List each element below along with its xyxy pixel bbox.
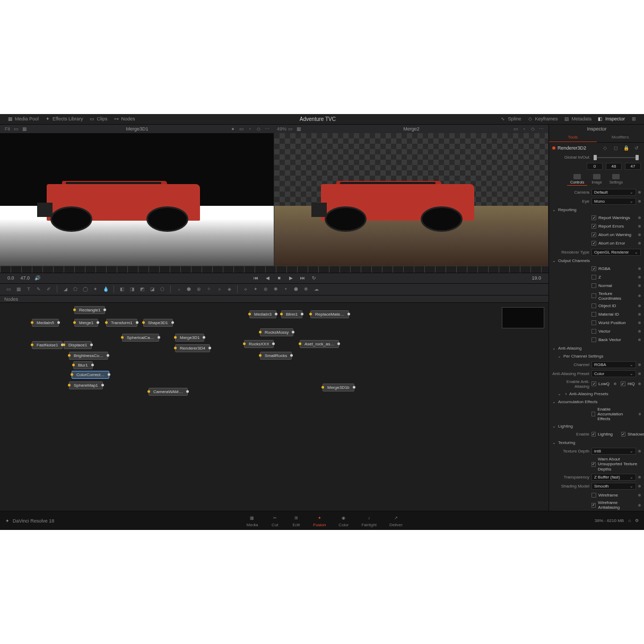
tab-effects-library[interactable]: ✦Effects Library [42,114,86,124]
tool-3d5[interactable]: ⟐ [215,285,223,293]
tool-3d3[interactable]: ⊕ [195,285,203,293]
wireframe-check[interactable] [591,493,596,498]
tool-3d4[interactable]: ✧ [205,285,213,293]
node-shape3d1[interactable]: Shape3D1 [143,319,173,327]
page-deliver[interactable]: ↗Deliver [389,514,403,527]
outchan-check-7[interactable] [591,329,596,334]
view-mode-icon[interactable]: ▭ [287,126,293,132]
aa-lowq-check[interactable] [591,381,596,386]
outchan-check-6[interactable] [591,320,596,325]
aa-hiq-check[interactable] [621,381,625,386]
node-graph[interactable]: MediaIn5Rectangle1Merge1Transform1Shape3… [0,303,549,511]
node-fastnoise1[interactable]: FastNoise1 [32,341,63,349]
section-per-channel[interactable]: Per Channel Settings [549,352,644,360]
reporting-check-0[interactable] [591,215,596,220]
node-colorcorrect…[interactable]: ColorCorrect… [72,371,109,379]
node-blinn1[interactable]: Blinn1 [281,310,302,318]
outchan-check-4[interactable] [591,303,596,308]
tool-mask3[interactable]: ◯ [81,285,90,293]
transparency-select[interactable]: Z Buffer (fast) [591,474,636,481]
tool-brush[interactable]: ✐ [45,285,53,293]
global-in-mid[interactable]: 48 [606,163,622,170]
view-grid-icon[interactable]: ▦ [295,126,302,132]
wireframe-aa-check[interactable] [591,503,596,508]
node-rocksmossy[interactable]: RocksMossy [260,328,293,336]
tool-paint[interactable]: ✎ [34,285,43,293]
section-output-channels[interactable]: Output Channels [549,257,644,265]
tab-spline[interactable]: ∿Spline [497,114,524,124]
reporting-check-1[interactable] [591,224,596,229]
eye-select[interactable]: Mono [591,198,636,205]
tab-media-pool[interactable]: ▦Media Pool [4,114,42,124]
tab-clips[interactable]: ▭Clips [86,114,110,124]
page-color[interactable]: ◉Color [338,514,349,527]
tab-keyframes[interactable]: ◇Keyframes [524,114,561,124]
view-grid-icon[interactable]: ▦ [21,126,28,132]
view-c-icon[interactable]: ◇ [255,126,262,132]
viewer-left[interactable] [0,133,274,266]
aa-channel-select[interactable]: RGBA [591,361,636,368]
view-c-icon[interactable]: ◇ [529,126,536,132]
view-b-icon[interactable]: ▫ [247,126,253,132]
tool-blur[interactable]: 💧 [101,285,110,293]
node-smallrocks[interactable]: SmallRocks [260,352,292,360]
node-mediain3[interactable]: MediaIn3 [249,310,276,318]
node-transform1[interactable]: Transform1 [106,319,137,327]
reporting-check-3[interactable] [591,241,596,246]
tool-p1[interactable]: ⟡ [241,285,250,293]
tool-cc3[interactable]: ◩ [138,285,146,293]
tool-cc2[interactable]: ◨ [128,285,136,293]
node-rocksxxx[interactable]: RocksXXX [244,340,274,348]
kf-dot[interactable] [638,494,641,497]
tool-3d6[interactable]: ◈ [225,285,233,293]
section-lighting[interactable]: Lighting [549,422,644,430]
camera-select[interactable]: Default [591,189,636,196]
section-accumulation[interactable]: Accumulation Effects [549,398,644,406]
kf-dot[interactable] [638,363,641,366]
kf-dot[interactable] [638,330,641,333]
outchan-check-2[interactable] [591,283,596,288]
subtab-image[interactable]: Image [588,173,605,186]
tab-nodes[interactable]: ⊶Nodes [110,114,138,124]
node-merge3d1b[interactable]: Merge3D1b [323,384,354,391]
page-fusion[interactable]: ✦Fusion [313,514,326,527]
zoom-dropdown[interactable]: 49% [279,126,285,132]
view-b-icon[interactable]: ▫ [521,126,527,132]
subtab-controls[interactable]: Controls [567,173,587,186]
global-in-to[interactable]: 47 [625,163,641,170]
fit-dropdown[interactable]: Fit [4,126,11,132]
kf-dot[interactable] [638,504,641,507]
global-in-from[interactable]: 0 [587,163,603,170]
aa-preset-select[interactable]: Color [591,370,636,377]
tool-p6[interactable]: ⬣ [292,285,300,293]
view-a-icon[interactable]: ▭ [238,126,245,132]
page-edit[interactable]: ⊞Edit [292,514,300,527]
node-camerawam…[interactable]: CameraWAM… [149,388,188,396]
tool-mask1[interactable]: ◢ [61,285,69,293]
tool-3d2[interactable]: ⬢ [185,285,193,293]
node-mediain5[interactable]: MediaIn5 [32,319,59,327]
tool-mask2[interactable]: ⬠ [71,285,80,293]
lock-icon[interactable]: 🔒 [623,145,629,151]
keyframe-icon[interactable]: ◇ [602,145,608,151]
kf-dot[interactable] [638,450,641,452]
goto-end-button[interactable]: ⏭ [299,274,306,282]
lighting-check[interactable] [591,432,596,437]
audio-icon[interactable]: 🔊 [34,275,40,281]
node-renderer3d4[interactable]: Renderer3D4 [175,344,210,352]
tex-depth-select[interactable]: int8 [591,448,636,455]
kf-dot[interactable] [638,372,641,375]
page-media[interactable]: ▦Media [247,514,258,527]
kf-dot[interactable] [638,225,641,228]
node-merge1[interactable]: Merge1 [74,319,98,327]
kf-dot[interactable] [639,413,641,415]
play-button[interactable]: ▶ [287,274,294,282]
tab-metadata[interactable]: ▤Metadata [561,114,595,124]
goto-start-button[interactable]: ⏮ [252,274,259,282]
tool-cc1[interactable]: ◧ [118,285,126,293]
kf-dot[interactable] [638,294,641,297]
kf-dot[interactable] [638,191,641,194]
reporting-check-2[interactable] [591,232,596,237]
range-start[interactable]: 0.0 [4,275,18,281]
outchan-check-3[interactable] [591,293,596,298]
